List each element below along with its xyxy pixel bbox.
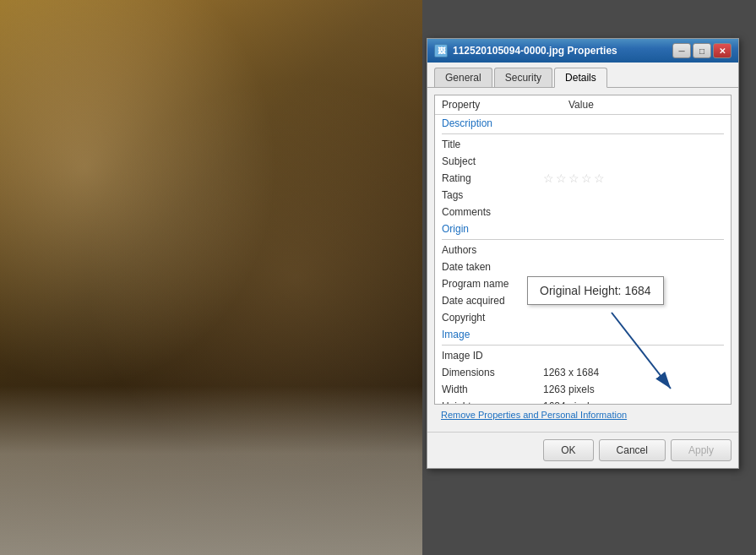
tab-security[interactable]: Security [494, 68, 552, 87]
tab-details[interactable]: Details [554, 68, 607, 88]
value-column-header: Value [568, 99, 594, 111]
tab-content: Property Value Description Title Subject [427, 88, 738, 432]
table-row: Date taken [435, 258, 731, 275]
cancel-button[interactable]: Cancel [599, 439, 666, 461]
tooltip-box: Original Height: 1684 [527, 276, 664, 305]
properties-dialog: 🖼 112520105094-0000.jpg Properties ─ □ ✕… [427, 38, 739, 469]
table-row: Rating ☆ ☆ ☆ ☆ ☆ [435, 170, 731, 187]
divider-origin [442, 239, 724, 240]
property-column-header: Property [442, 99, 568, 111]
table-header: Property Value [435, 95, 731, 115]
star-5[interactable]: ☆ [594, 171, 605, 185]
ok-button[interactable]: OK [543, 439, 593, 461]
dialog-icon: 🖼 [434, 44, 448, 57]
bottom-buttons: OK Cancel Apply [427, 432, 738, 468]
dialog-title: 112520105094-0000.jpg Properties [453, 45, 672, 57]
star-1[interactable]: ☆ [543, 171, 554, 185]
title-bar: 🖼 112520105094-0000.jpg Properties ─ □ ✕ [427, 39, 738, 63]
table-row: Subject [435, 153, 731, 170]
star-rating[interactable]: ☆ ☆ ☆ ☆ ☆ [543, 171, 724, 185]
table-row: Authors [435, 242, 731, 258]
svg-line-1 [612, 313, 671, 389]
section-origin: Origin [435, 220, 731, 237]
minimize-button[interactable]: ─ [672, 43, 691, 58]
table-row: Tags [435, 187, 731, 204]
star-2[interactable]: ☆ [556, 171, 567, 185]
title-bar-buttons: ─ □ ✕ [672, 43, 732, 58]
tabs-area: General Security Details [427, 63, 738, 88]
star-3[interactable]: ☆ [568, 171, 579, 185]
table-row: Comments [435, 204, 731, 220]
maximize-button[interactable]: □ [693, 43, 711, 58]
close-button[interactable]: ✕ [713, 43, 732, 58]
section-description: Description [435, 115, 731, 132]
star-4[interactable]: ☆ [581, 171, 592, 185]
table-row: Title [435, 136, 731, 153]
photo-bottom [0, 386, 422, 555]
divider-description [442, 133, 724, 134]
tab-general[interactable]: General [434, 68, 492, 87]
photo-background [0, 0, 422, 555]
tooltip-arrow [603, 304, 688, 408]
content-wrapper: Property Value Description Title Subject [434, 95, 732, 425]
apply-button[interactable]: Apply [671, 439, 732, 461]
